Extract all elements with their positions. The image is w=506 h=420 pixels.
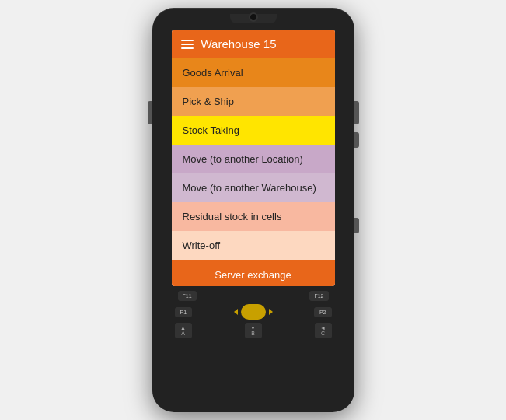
fn12-button[interactable]: F12 [309, 291, 328, 301]
dpad-right[interactable] [269, 309, 273, 315]
dpad-center[interactable] [241, 304, 266, 320]
dpad-left[interactable] [234, 309, 238, 315]
menu-item-move-location[interactable]: Move (to another Location) [172, 145, 335, 173]
menu-item-goods-arrival[interactable]: Goods Arrival [172, 58, 335, 87]
side-button-right[interactable] [354, 101, 359, 124]
p1-button[interactable]: P1 [175, 307, 193, 317]
btn-a[interactable]: ▲A [175, 323, 192, 338]
keypad-area: F11 F12 P1 P2 ▲A ▼B ◄C [172, 291, 335, 340]
fn-row: F11 F12 [172, 291, 335, 301]
device-screen: Warehouse 15 Goods Arrival Pick & Ship S… [172, 30, 335, 286]
hamburger-line-3 [181, 47, 194, 49]
side-button-left[interactable] [148, 101, 152, 124]
menu-item-pick-ship[interactable]: Pick & Ship [172, 87, 335, 116]
hamburger-line-2 [181, 44, 194, 45]
p2-button[interactable]: P2 [314, 307, 332, 317]
side-button-right2[interactable] [354, 132, 359, 148]
hamburger-line-1 [181, 40, 194, 41]
menu-item-move-warehouse[interactable]: Move (to another Warehouse) [172, 173, 335, 202]
btn-b[interactable]: ▼B [245, 323, 262, 338]
abc-row: ▲A ▼B ◄C [172, 323, 335, 338]
menu-item-stock-taking[interactable]: Stock Taking [172, 116, 335, 145]
menu-item-residual-stock[interactable]: Residual stock in cells [172, 202, 335, 231]
dpad [232, 304, 274, 320]
app-title: Warehouse 15 [201, 37, 277, 51]
btn-c[interactable]: ◄C [315, 323, 332, 338]
side-button-right3[interactable] [354, 218, 359, 233]
camera [249, 12, 258, 22]
handheld-device: Warehouse 15 Goods Arrival Pick & Ship S… [152, 8, 354, 412]
device-top [152, 8, 354, 26]
fn11-button[interactable]: F11 [178, 291, 197, 301]
hamburger-button[interactable] [181, 40, 194, 49]
menu-item-write-off[interactable]: Write-off [172, 231, 335, 260]
server-exchange-button[interactable]: Server exchange [172, 260, 335, 286]
app-header: Warehouse 15 [172, 30, 335, 58]
p-row: P1 P2 [172, 304, 335, 320]
